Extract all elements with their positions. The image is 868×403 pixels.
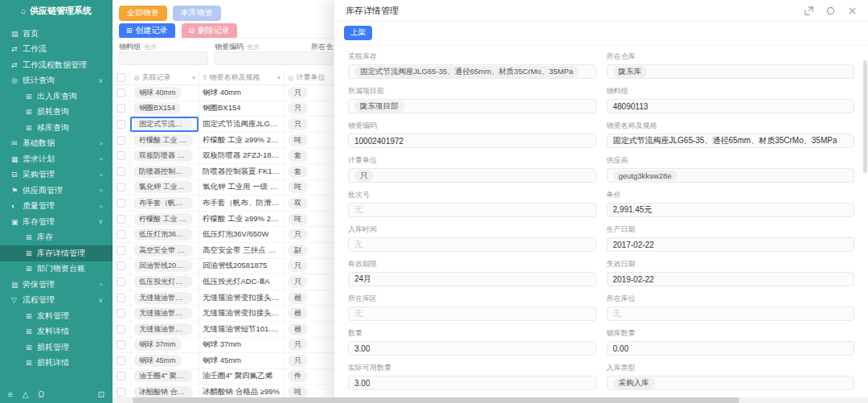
sidebar-item-inventory[interactable]: ▣ 库存管理 ∨ — [0, 214, 113, 230]
row-checkbox[interactable] — [113, 117, 130, 132]
alert-icon[interactable]: △ — [23, 390, 29, 399]
tab-local-materials[interactable]: 本库物资 — [173, 6, 221, 21]
sidebar-item-workflow-data[interactable]: ⇄ 工作流程数据管理 — [0, 57, 113, 73]
table-row[interactable]: 钢圈BX154 钢圈BX154 只 — [113, 101, 355, 117]
name-cell[interactable]: 低压投光灯ADC-ⅢA — [199, 274, 285, 290]
field-input[interactable]: 无 — [348, 306, 596, 321]
name-cell[interactable]: 无缝箍油管变扣接头4"EU公"... — [199, 290, 285, 306]
field-input[interactable]: 10002401972 — [348, 134, 596, 148]
field-input[interactable]: 固定式节流阀座JLG65-35、通径65mm、材质35CrMo、35MPa — [348, 64, 596, 79]
table-row[interactable]: 防喷器控制装置... 防喷器控制装置 FK125-3 套 — [113, 164, 355, 180]
sidebar-item-table[interactable]: ⊞ 损耗查询 — [0, 105, 113, 121]
record-cell[interactable]: 冰醋酸钠 合格品 — [130, 384, 199, 397]
record-cell[interactable]: 无缝箍油管变扣... — [130, 290, 199, 306]
row-checkbox[interactable] — [113, 369, 130, 384]
close-icon[interactable] — [848, 6, 857, 15]
field-input[interactable]: 只 — [348, 168, 596, 183]
filter-input-material-code[interactable] — [214, 51, 336, 65]
name-cell[interactable]: 钢球 45mm — [199, 353, 285, 368]
record-cell[interactable]: 固定式节流阀座... — [130, 117, 199, 132]
name-cell[interactable]: 钢圈BX154 — [199, 101, 285, 117]
table-row[interactable]: 无缝箍油管短节... 无缝箍油管短节101.6*7.8*3... 根 — [113, 322, 355, 338]
menu-icon[interactable]: ≡ — [8, 390, 13, 399]
horizontal-scrollbar[interactable] — [113, 397, 868, 403]
table-row[interactable]: 双板防喷器 2FZ... 双板防喷器 2FZJ-18-35 S 铸... 套 — [113, 148, 355, 164]
field-input[interactable]: 24月 — [348, 272, 596, 286]
record-cell[interactable]: 柠檬酸 工业 ≥99... — [130, 133, 199, 148]
name-cell[interactable]: 回油管线20581875 — [199, 259, 285, 274]
row-checkbox[interactable] — [113, 133, 130, 148]
row-checkbox[interactable] — [113, 195, 130, 211]
row-checkbox[interactable] — [113, 322, 130, 337]
record-cell[interactable]: 氯化钾 工业用 ... — [130, 180, 199, 195]
sidebar-item-table[interactable]: ⊞ 损耗管理 — [0, 339, 113, 356]
name-cell[interactable]: 防喷器控制装置 FK125-3 — [199, 164, 285, 179]
sidebar-item-table[interactable]: ⊞ 发料管理 — [0, 308, 113, 324]
sidebar-item-table[interactable]: ⊞ 部门物资台账 — [0, 261, 113, 278]
name-cell[interactable]: 高空安全带 三挂点 全身式 ... — [199, 243, 285, 258]
table-row[interactable]: 无缝箍油管变扣... 无缝箍油管变扣接头 4"BGC... 根 — [113, 306, 355, 322]
row-checkbox[interactable] — [113, 85, 130, 101]
record-cell[interactable]: 柠檬酸 工业 ≥99... — [130, 212, 199, 227]
field-input[interactable]: 无 — [607, 306, 855, 321]
name-cell[interactable]: 固定式节流阀座JLG65-35、... — [199, 117, 285, 132]
table-row[interactable]: 冰醋酸钠 合格品 冰醋酸钠 合格品 ≥99% 吨 — [113, 384, 355, 397]
create-record-button[interactable]: ⊞ 创建记录 — [119, 23, 175, 39]
record-cell[interactable]: 双板防喷器 2FZ... — [130, 148, 199, 163]
row-checkbox[interactable] — [113, 338, 130, 353]
sidebar-item-cart[interactable]: ⊟ 采购管理 > — [0, 167, 113, 183]
table-row[interactable]: 低压灯泡36V/65... 低压灯泡36V/650W 只 — [113, 227, 355, 243]
row-checkbox[interactable] — [113, 101, 130, 117]
sidebar-item-table[interactable]: ⊞ 移库查询 — [0, 120, 113, 136]
table-row[interactable]: 无缝箍油管变扣... 无缝箍油管变扣接头4"EU公"... 根 — [113, 290, 355, 306]
bell-icon[interactable]: Ω — [39, 390, 44, 399]
record-cell[interactable]: 钢球 45mm — [130, 353, 199, 368]
row-checkbox[interactable] — [113, 306, 130, 321]
column-header-name[interactable]: T 物资名称及规格 ▾ — [199, 71, 285, 84]
row-checkbox[interactable] — [113, 384, 130, 397]
name-cell[interactable]: 无缝箍油管短节101.6*7.8*3... — [199, 322, 285, 337]
put-on-shelf-button[interactable]: 上架 — [344, 26, 372, 40]
table-row[interactable]: 钢球 45mm 钢球 45mm 只 — [113, 353, 355, 369]
field-input[interactable]: 3.00 — [348, 376, 596, 390]
filter-input-material-group[interactable] — [118, 51, 208, 65]
horizontal-scrollbar-thumb[interactable] — [133, 397, 739, 403]
row-checkbox[interactable] — [113, 290, 130, 306]
table-row[interactable]: 钢球 40mm 钢球 40mm 只 — [113, 85, 355, 101]
record-cell[interactable]: 无缝箍油管变扣... — [130, 306, 199, 321]
table-row[interactable]: 回油管线20581... 回油管线20581875 只 — [113, 259, 355, 275]
field-input[interactable]: 3.00 — [348, 341, 596, 356]
drawer-scrollbar[interactable] — [863, 60, 867, 173]
field-input[interactable]: 0.00 — [607, 341, 855, 356]
field-input[interactable]: 2019-02-22 — [607, 272, 855, 286]
record-cell[interactable]: 无缝箍油管短节... — [130, 322, 199, 337]
name-cell[interactable]: 布手套（帆布、防滑）27cm — [199, 195, 285, 211]
field-input[interactable]: 无 — [348, 203, 596, 217]
record-cell[interactable]: 油壬圈4" 聚四氟... — [130, 369, 199, 384]
field-input[interactable]: 无 — [348, 237, 596, 252]
sidebar-item-table[interactable]: ⊞ 库存 — [0, 230, 113, 246]
table-row[interactable]: 钢球 37mm 钢球 37mm 只 — [113, 338, 355, 354]
sidebar-item-quality[interactable]: ◐ 质量管理 > — [0, 199, 113, 215]
record-cell[interactable]: 钢球 40mm — [130, 85, 199, 101]
expand-icon[interactable] — [805, 6, 813, 15]
name-cell[interactable]: 钢球 37mm — [199, 338, 285, 353]
field-input[interactable]: 采购入库 — [607, 376, 855, 390]
row-checkbox[interactable] — [113, 227, 130, 242]
table-row[interactable]: 高空安全带 三挂... 高空安全带 三挂点 全身式 ... 副 — [113, 243, 355, 259]
record-cell[interactable]: 钢圈BX154 — [130, 101, 199, 117]
row-checkbox[interactable] — [113, 259, 130, 274]
sidebar-item-table-active[interactable]: ⊞ 库存详情管理 — [0, 245, 113, 261]
table-row[interactable]: 氯化钾 工业用 ... 氯化钾 工业用 一级 ≥90% 吨 — [113, 180, 355, 196]
tab-all-materials[interactable]: 全部物资 — [119, 6, 167, 21]
sidebar-item-stats[interactable]: ◎ 统计查询 ∨ — [0, 73, 113, 89]
row-checkbox[interactable] — [113, 353, 130, 368]
select-all-checkbox[interactable] — [113, 71, 130, 84]
field-input[interactable]: 2017-02-22 — [607, 237, 855, 252]
row-checkbox[interactable] — [113, 148, 130, 163]
row-checkbox[interactable] — [113, 164, 130, 179]
table-row[interactable]: 油壬圈4" 聚四氟... 油壬圈4" 聚四氟乙烯 件 — [113, 369, 355, 385]
row-checkbox[interactable] — [113, 212, 130, 227]
field-input[interactable]: 陇东项目部 — [348, 99, 596, 113]
field-input[interactable]: 固定式节流阀座JLG65-35、通径65mm、材质35CrMo、35MPa — [607, 134, 855, 148]
